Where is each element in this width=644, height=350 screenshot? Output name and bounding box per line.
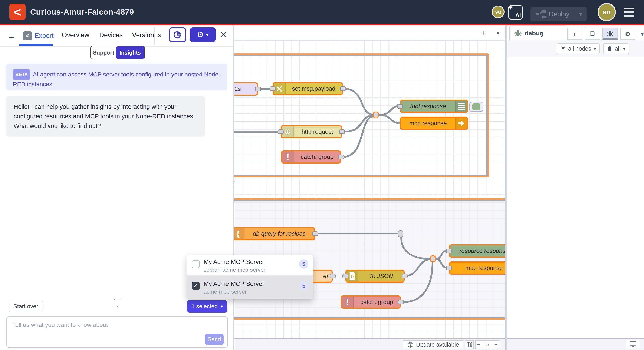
node-tool-response[interactable]: tool response <box>400 100 468 113</box>
instance-title: Curious-Amur-Falcon-4879 <box>30 8 134 16</box>
deploy-button[interactable]: Deploy ▾ <box>530 7 587 21</box>
settings-tab-icon[interactable]: ⚙ <box>620 28 636 40</box>
tab-expert[interactable]: < Expert <box>23 31 54 40</box>
avatar-large[interactable]: su <box>598 3 616 21</box>
top-navbar: < Curious-Amur-Falcon-4879 su ✦ AI Deplo… <box>0 0 644 24</box>
sidebar-splitter[interactable] <box>505 25 508 350</box>
svg-text:{}: {} <box>351 274 354 278</box>
node-to-json[interactable]: {} To JSON <box>346 270 405 283</box>
node-resource-response[interactable]: resource response <box>449 244 505 258</box>
junction-node[interactable] <box>398 230 403 237</box>
tab-version[interactable]: Version <box>132 31 154 39</box>
tab-devices[interactable]: Devices <box>99 31 123 39</box>
caret-down-icon: ▾ <box>206 32 208 38</box>
flow-canvas[interactable]: 2s set msg.payload http request ! <box>234 25 505 350</box>
help-tab-icon[interactable] <box>585 28 600 40</box>
update-available-button[interactable]: Update available <box>403 340 463 349</box>
junction-node[interactable] <box>373 112 379 118</box>
deploy-nodes-icon <box>536 10 547 19</box>
avatar-small[interactable]: su <box>492 6 504 18</box>
selected-servers-dropdown[interactable]: 1 selected ▾ <box>187 300 228 312</box>
beta-notice: BETAAI agent can access MCP server tools… <box>6 64 228 90</box>
active-tab-underline <box>19 44 53 46</box>
zoom-controls[interactable]: −○+ <box>475 340 500 349</box>
tab-overview[interactable]: Overview <box>62 31 89 39</box>
exclamation-icon: ! <box>282 151 294 162</box>
input-port[interactable] <box>446 266 452 270</box>
tab-debug[interactable]: debug <box>509 25 566 40</box>
support-insights-toggle[interactable]: Support Insights <box>90 46 145 60</box>
settings-dropdown-button[interactable]: ⚙ ▾ <box>190 28 216 42</box>
zoom-in-icon[interactable]: + <box>493 341 499 349</box>
input-port[interactable] <box>270 86 276 91</box>
list-item[interactable]: My Acme MCP Server serban-acme-mcp-serve… <box>187 255 313 275</box>
node-db-query[interactable]: { db query for recipes <box>234 227 315 240</box>
close-icon[interactable]: ✕ <box>220 30 227 40</box>
mcp-server-tools-link[interactable]: MCP server tools <box>88 71 134 78</box>
deploy-caret-icon[interactable]: ▾ <box>579 11 582 18</box>
beta-badge: BETA <box>13 69 30 80</box>
node-catch-group-bottom[interactable]: ! catch: group <box>341 296 401 309</box>
hamburger-menu-icon[interactable] <box>624 8 634 17</box>
clear-all-dropdown[interactable]: all ▾ <box>603 44 629 54</box>
tab-overflow-icon[interactable]: » <box>158 31 162 39</box>
input-port[interactable] <box>278 130 284 134</box>
output-port[interactable] <box>340 86 346 91</box>
sparkle-icon: ✦ <box>508 3 514 12</box>
brace-icon: { <box>234 228 244 239</box>
minimap-button[interactable] <box>465 340 474 349</box>
add-flow-icon[interactable]: + <box>482 28 486 38</box>
node-http-request[interactable]: http request <box>281 125 342 138</box>
list-item[interactable]: ✓ My Acme MCP Server acme-mcp-server 5 <box>187 275 313 299</box>
node-mcp-response-bottom[interactable]: mcp response <box>449 262 505 275</box>
output-port[interactable] <box>338 154 344 159</box>
open-in-window-button[interactable] <box>626 340 639 349</box>
node-catch-group-top[interactable]: ! catch: group <box>281 150 341 164</box>
panel-divider[interactable] <box>234 25 234 350</box>
node-mcp-response-top[interactable]: mcp response <box>400 117 468 130</box>
back-arrow-icon[interactable]: ← <box>6 30 18 42</box>
start-over-button[interactable]: Start over <box>8 300 43 312</box>
output-port[interactable] <box>339 130 345 134</box>
flowfuse-mini-logo-icon: < <box>23 31 32 40</box>
prompt-input[interactable] <box>12 322 196 343</box>
ai-assistant-icon[interactable]: ✦ AI <box>508 5 523 20</box>
cube-icon <box>407 342 414 348</box>
output-port[interactable] <box>312 232 318 236</box>
checkbox-unchecked[interactable] <box>192 260 200 268</box>
checkbox-checked[interactable]: ✓ <box>192 282 200 290</box>
output-port[interactable] <box>330 274 336 278</box>
zoom-out-icon[interactable]: − <box>476 341 481 349</box>
resize-dots-handle[interactable]: · · · <box>111 295 126 310</box>
input-port[interactable] <box>446 249 452 253</box>
tab-divider <box>154 27 154 45</box>
chevron-down-icon: ▾ <box>221 304 223 309</box>
canvas-footer: Update available −○+ <box>234 338 505 350</box>
sidebar-overflow-caret-icon[interactable]: ▾ <box>641 31 644 37</box>
zoom-reset-icon[interactable]: ○ <box>484 341 490 349</box>
filter-nodes-dropdown[interactable]: all nodes ▾ <box>557 44 600 54</box>
send-button[interactable]: Send <box>205 334 224 345</box>
panel-drag-handle[interactable]: ⋮ <box>231 182 234 186</box>
info-tab-icon[interactable]: i <box>567 28 582 40</box>
output-port[interactable] <box>398 300 404 304</box>
toggle-support[interactable]: Support <box>91 46 116 59</box>
insights-pie-button[interactable] <box>169 28 186 42</box>
bug-icon <box>514 30 522 36</box>
debug-tab-icon[interactable] <box>602 28 618 40</box>
debug-enable-toggle[interactable] <box>469 102 484 112</box>
node-inject-2s[interactable]: 2s <box>234 82 258 96</box>
output-port[interactable] <box>402 274 408 278</box>
input-port[interactable] <box>397 104 403 108</box>
sidebar-footer <box>508 338 644 350</box>
toggle-insights[interactable]: Insights <box>116 46 144 59</box>
input-port[interactable] <box>342 274 348 278</box>
junction-node[interactable] <box>430 256 436 262</box>
flowfuse-logo-icon[interactable]: < <box>9 4 26 20</box>
flow-list-caret-icon[interactable]: ▾ <box>497 30 500 36</box>
mcp-server-dropdown: My Acme MCP Server serban-acme-mcp-serve… <box>187 255 313 299</box>
flow-workspace[interactable]: 2s set msg.payload http request ! <box>234 25 505 350</box>
node-set-msg-payload[interactable]: set msg.payload <box>272 82 343 96</box>
output-port[interactable] <box>255 87 261 91</box>
trash-icon <box>607 46 612 52</box>
